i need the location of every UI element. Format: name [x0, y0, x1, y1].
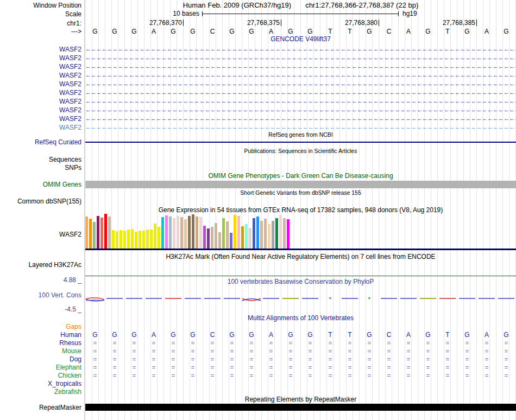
gtex-bar[interactable]	[264, 219, 267, 249]
gtex-bar[interactable]	[150, 230, 153, 249]
multiz-species-label[interactable]: Human	[0, 331, 81, 339]
multiz-species-label[interactable]: X_tropicalis	[0, 380, 81, 387]
gene-label-wasf2[interactable]: WASF2	[0, 89, 81, 97]
gene-label-wasf2[interactable]: WASF2	[0, 63, 81, 71]
gtex-bar[interactable]	[283, 218, 286, 249]
gtex-bar[interactable]	[139, 231, 141, 249]
gene-label-wasf2[interactable]: WASF2	[0, 54, 81, 62]
gtex-bar[interactable]	[230, 233, 232, 249]
gtex-bar[interactable]	[196, 217, 198, 249]
gtex-bar[interactable]	[268, 224, 270, 249]
gene-transcript-row[interactable]: ←←←←←←←←←←←←←←←←←←←←←←←←←←←←←←←←←←←←←←←←…	[85, 98, 516, 105]
gtex-bar[interactable]	[116, 231, 118, 249]
dbsnp-label[interactable]: Common dbSNP(155)	[0, 198, 81, 205]
phylop-mark[interactable]	[302, 298, 318, 299]
gene-transcript-row[interactable]: ←←←←←←←←←←←←←←←←←←←←←←←←←←←←←←←←←←←←←←←←…	[85, 63, 516, 71]
gtex-bar[interactable]	[211, 227, 213, 249]
gene-label-wasf2[interactable]: WASF2	[0, 106, 81, 114]
gtex-bar[interactable]	[253, 218, 255, 249]
phylop-mark[interactable]	[459, 298, 475, 299]
phylop-squiggle[interactable]	[242, 295, 261, 302]
phylop-mark[interactable]	[224, 298, 240, 299]
multiz-species-label[interactable]: Elephant	[0, 364, 81, 371]
gtex-bar[interactable]	[177, 216, 179, 249]
phylop-mark[interactable]	[381, 298, 397, 299]
phylop-mark[interactable]	[498, 298, 514, 299]
gtex-bar[interactable]	[173, 218, 175, 249]
gene-transcript-row[interactable]: ←←←←←←←←←←←←←←←←←←←←←←←←←←←←←←←←←←←←←←←←…	[85, 80, 516, 88]
gtex-bar[interactable]	[234, 215, 236, 249]
phylop-mark[interactable]	[439, 298, 456, 299]
h3k27ac-label[interactable]: Layered H3K27Ac	[0, 261, 81, 269]
phylop-mark[interactable]	[146, 298, 162, 299]
gene-transcript-row[interactable]: ←←←←←←←←←←←←←←←←←←←←←←←←←←←←←←←←←←←←←←←←…	[85, 72, 516, 79]
phylop-mark[interactable]	[342, 298, 358, 299]
gtex-bar[interactable]	[142, 231, 145, 249]
gtex-bar[interactable]	[123, 231, 126, 249]
gtex-bar[interactable]	[135, 232, 137, 249]
multiz-species-label[interactable]: Mouse	[0, 347, 81, 355]
gtex-bar[interactable]	[100, 218, 103, 249]
gtex-bar[interactable]	[188, 216, 191, 249]
gtex-bar[interactable]	[180, 217, 183, 249]
gtex-bar[interactable]	[161, 217, 164, 249]
publications-sequences-label[interactable]: Sequences	[0, 156, 81, 163]
gtex-bar[interactable]	[241, 226, 244, 249]
multiz-species-label[interactable]: Gaps	[0, 323, 81, 330]
gtex-bar[interactable]	[287, 219, 290, 249]
phylop-mark[interactable]	[282, 298, 299, 299]
gtex-bar[interactable]	[169, 217, 172, 249]
phylop-mark[interactable]	[400, 298, 417, 299]
gtex-bar[interactable]	[272, 221, 274, 249]
gtex-bar[interactable]	[119, 230, 122, 249]
phylop-mark[interactable]	[165, 298, 181, 299]
refseq-curated-line[interactable]	[85, 142, 516, 143]
phylop-track-label[interactable]: 100 Vert. Cons	[0, 291, 81, 299]
omim-genes-label[interactable]: OMIM Genes	[0, 181, 81, 188]
gtex-bar[interactable]	[218, 232, 221, 249]
gene-label-wasf2[interactable]: WASF2	[0, 72, 81, 79]
gtex-gene-label[interactable]: WASF2	[0, 231, 81, 238]
gtex-bar[interactable]	[158, 227, 160, 249]
gtex-bar[interactable]	[104, 214, 107, 249]
gtex-bar[interactable]	[184, 219, 187, 249]
omim-genes-bar[interactable]	[85, 181, 516, 188]
gtex-bar[interactable]	[93, 222, 96, 249]
gtex-bar[interactable]	[146, 230, 149, 249]
refseq-curated-label[interactable]: RefSeq Curated	[0, 138, 81, 146]
gtex-bar[interactable]	[275, 218, 278, 249]
gtex-bar[interactable]	[260, 221, 263, 249]
gene-transcript-row[interactable]: ←←←←←←←←←←←←←←←←←←←←←←←←←←←←←←←←←←←←←←←←…	[85, 115, 516, 123]
repeatmasker-label[interactable]: RepeatMasker	[0, 404, 81, 411]
multiz-species-label[interactable]: Dog	[0, 355, 81, 363]
gene-transcript-row[interactable]: ←←←←←←←←←←←←←←←←←←←←←←←←←←←←←←←←←←←←←←←←…	[85, 89, 516, 97]
gtex-bar[interactable]	[203, 226, 206, 249]
gtex-bar[interactable]	[199, 217, 202, 249]
phylop-mark[interactable]	[368, 297, 370, 299]
gtex-bar[interactable]	[192, 214, 194, 249]
gtex-bar[interactable]	[279, 215, 282, 249]
gene-label-wasf2[interactable]: WASF2	[0, 98, 81, 105]
gene-label-wasf2[interactable]: WASF2	[0, 115, 81, 123]
gene-label-wasf2[interactable]: WASF2	[0, 80, 81, 88]
gene-label-wasf2[interactable]: WASF2	[0, 124, 81, 131]
phylop-mark[interactable]	[420, 298, 436, 299]
phylop-mark[interactable]	[106, 298, 123, 299]
gene-transcript-row[interactable]: ←←←←←←←←←←←←←←←←←←←←←←←←←←←←←←←←←←←←←←←←…	[85, 46, 516, 53]
gtex-bar[interactable]	[245, 224, 248, 249]
gtex-bar[interactable]	[165, 215, 168, 249]
gene-transcript-row[interactable]: ←←←←←←←←←←←←←←←←←←←←←←←←←←←←←←←←←←←←←←←←…	[85, 124, 516, 131]
repeatmasker-bar[interactable]	[85, 404, 516, 411]
gtex-bar[interactable]	[207, 228, 210, 249]
phylop-mark[interactable]	[479, 298, 495, 299]
gtex-bar[interactable]	[226, 221, 229, 249]
h3k27ac-baseline[interactable]	[85, 276, 516, 276]
gtex-bar[interactable]	[108, 217, 111, 249]
gtex-bar[interactable]	[85, 217, 88, 249]
phylop-mark[interactable]	[329, 297, 331, 299]
gene-label-wasf2[interactable]: WASF2	[0, 46, 81, 53]
phylop-mark[interactable]	[263, 298, 279, 299]
gtex-bar[interactable]	[131, 229, 134, 249]
gtex-bar[interactable]	[215, 223, 217, 249]
gtex-bar[interactable]	[154, 224, 156, 249]
